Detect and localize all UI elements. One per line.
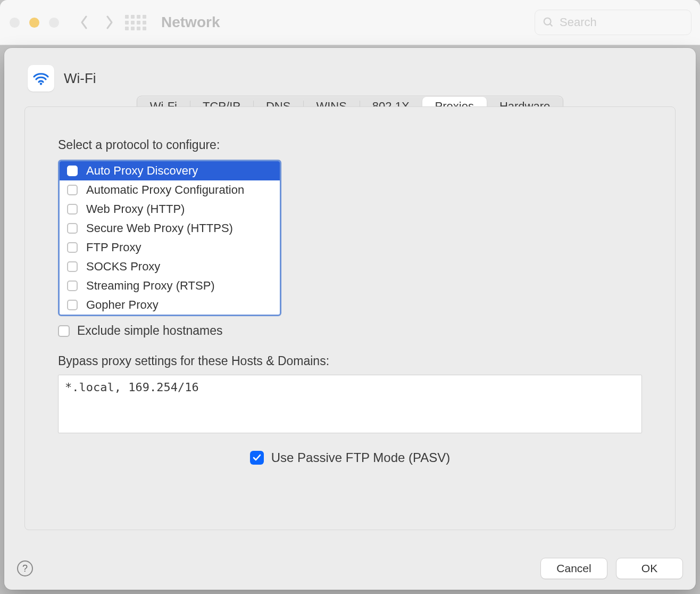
help-button[interactable]: ? — [17, 560, 33, 576]
pasv-label: Use Passive FTP Mode (PASV) — [271, 450, 451, 465]
select-protocol-label: Select a protocol to configure: — [58, 138, 642, 152]
svg-point-0 — [544, 18, 551, 25]
protocol-row[interactable]: Automatic Proxy Configuration — [60, 180, 280, 200]
protocol-checkbox[interactable] — [67, 223, 78, 234]
protocol-row[interactable]: Gopher Proxy — [60, 295, 280, 315]
protocol-checkbox[interactable] — [67, 204, 78, 214]
protocol-row[interactable]: FTP Proxy — [60, 238, 280, 257]
search-icon — [543, 16, 554, 28]
protocol-checkbox[interactable] — [67, 261, 78, 272]
bypass-textarea[interactable] — [58, 375, 642, 433]
protocol-label: SOCKS Proxy — [86, 260, 160, 274]
pasv-checkbox[interactable] — [250, 451, 264, 465]
show-all-icon[interactable] — [125, 15, 146, 30]
protocol-row[interactable]: SOCKS Proxy — [60, 257, 280, 276]
protocol-list[interactable]: Auto Proxy DiscoveryAutomatic Proxy Conf… — [58, 160, 281, 316]
protocol-checkbox[interactable] — [67, 280, 78, 291]
forward-button[interactable] — [104, 16, 115, 28]
protocol-checkbox[interactable] — [67, 185, 78, 195]
search-placeholder: Search — [560, 15, 597, 29]
cancel-button[interactable]: Cancel — [540, 558, 607, 579]
protocol-label: FTP Proxy — [86, 241, 141, 254]
minimize-window-button[interactable] — [29, 18, 39, 28]
window-title: Network — [161, 14, 220, 31]
settings-sheet: Wi-Fi Wi-FiTCP/IPDNSWINS802.1XProxiesHar… — [4, 48, 696, 590]
protocol-checkbox[interactable] — [67, 166, 78, 176]
protocol-row[interactable]: Streaming Proxy (RTSP) — [60, 276, 280, 295]
svg-point-2 — [40, 82, 42, 85]
close-window-button[interactable] — [10, 18, 20, 28]
protocol-checkbox[interactable] — [67, 300, 78, 310]
protocol-label: Gopher Proxy — [86, 298, 159, 312]
back-button[interactable] — [78, 16, 90, 28]
exclude-simple-label: Exclude simple hostnames — [77, 324, 223, 338]
protocol-label: Automatic Proxy Configuration — [86, 183, 244, 197]
bypass-label: Bypass proxy settings for these Hosts & … — [58, 354, 642, 368]
protocol-row[interactable]: Secure Web Proxy (HTTPS) — [60, 219, 280, 238]
protocol-label: Web Proxy (HTTP) — [86, 202, 185, 216]
window-toolbar: Network Search — [0, 0, 700, 45]
protocol-checkbox[interactable] — [67, 242, 78, 253]
svg-line-1 — [550, 24, 553, 27]
sheet-footer: ? Cancel OK — [17, 558, 683, 579]
exclude-simple-checkbox[interactable] — [58, 325, 70, 337]
maximize-window-button[interactable] — [49, 18, 59, 28]
wifi-icon — [28, 65, 54, 92]
protocol-label: Secure Web Proxy (HTTPS) — [86, 221, 233, 235]
protocol-label: Streaming Proxy (RTSP) — [86, 279, 215, 293]
protocol-row[interactable]: Web Proxy (HTTP) — [60, 200, 280, 219]
service-title: Wi-Fi — [64, 70, 96, 87]
protocol-row[interactable]: Auto Proxy Discovery — [60, 161, 280, 180]
content-well: Select a protocol to configure: Auto Pro… — [24, 106, 676, 530]
traffic-lights — [10, 18, 59, 28]
search-field[interactable]: Search — [535, 10, 691, 35]
ok-button[interactable]: OK — [616, 558, 683, 579]
protocol-label: Auto Proxy Discovery — [86, 164, 198, 178]
